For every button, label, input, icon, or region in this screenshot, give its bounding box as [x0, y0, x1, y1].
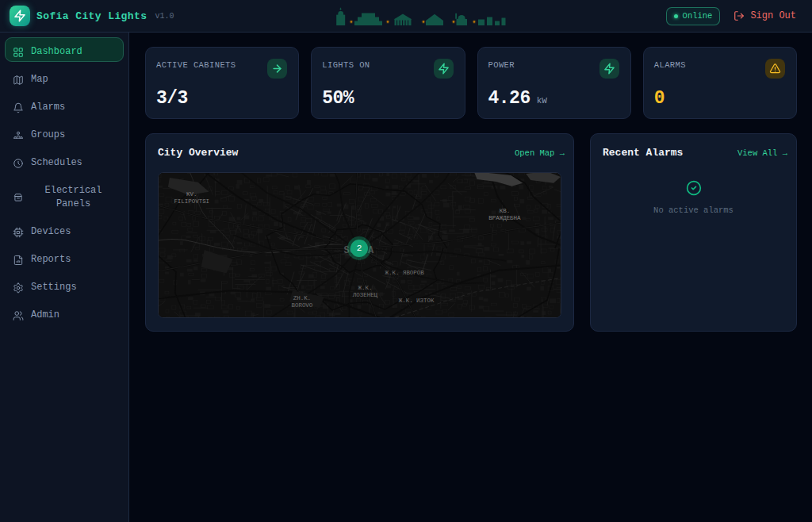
svg-text:ЛОЗЕНЕЦ: ЛОЗЕНЕЦ [353, 292, 378, 298]
svg-text:FILIPOVTSI: FILIPOVTSI [174, 198, 209, 204]
svg-text:КВ.: КВ. [500, 208, 510, 214]
svg-text:ВРАЖДЕБНА: ВРАЖДЕБНА [488, 215, 521, 221]
svg-text:ZH.K.: ZH.K. [293, 295, 311, 301]
svg-text:KV.: KV. [186, 190, 197, 197]
svg-text:BOROVO: BOROVO [292, 302, 313, 309]
svg-text:Ж.К. ЯВОРОВ: Ж.К. ЯВОРОВ [385, 269, 425, 275]
svg-text:Ж.К.: Ж.К. [358, 285, 373, 291]
svg-text:Ж.К. ИЗТОК: Ж.К. ИЗТОК [399, 297, 435, 304]
